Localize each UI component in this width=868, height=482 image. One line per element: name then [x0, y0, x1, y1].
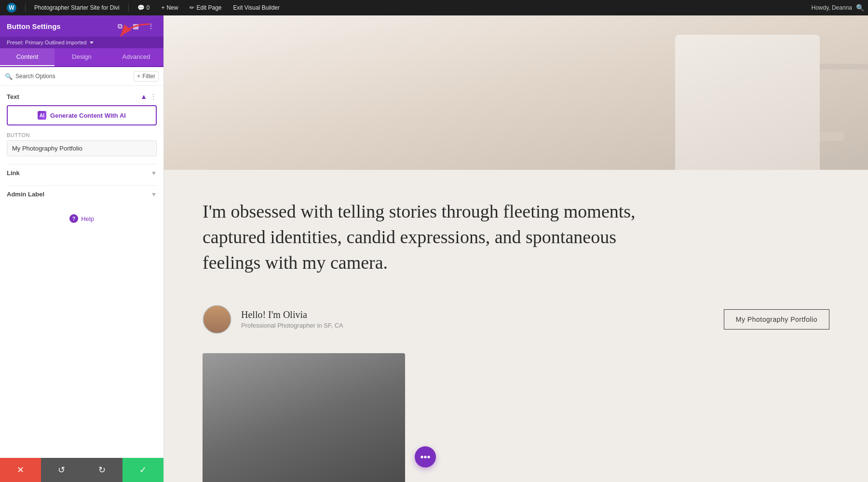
link-chevron-icon: ▼: [151, 170, 157, 177]
comments-item[interactable]: 💬 0: [135, 0, 153, 15]
exit-builder-label: Exit Visual Builder: [233, 4, 280, 11]
button-field-group: Button: [7, 132, 157, 156]
search-input[interactable]: [15, 73, 131, 80]
new-item[interactable]: + New: [158, 0, 181, 15]
main-content-area: I'm obsessed with telling stories throug…: [164, 15, 868, 482]
search-bar: 🔍 + Filter: [0, 67, 163, 86]
panel-title: Button Settings: [7, 22, 61, 30]
help-button[interactable]: ? Help: [63, 211, 101, 226]
panel-header: Button Settings ⧉ ▦ ⋮: [0, 15, 163, 37]
ai-generate-button[interactable]: AI Generate Content With AI: [7, 105, 157, 125]
profile-name: Hello! I'm Olivia: [241, 309, 343, 320]
button-text-input[interactable]: [7, 140, 157, 156]
site-name-text: Photographer Starter Site for Divi: [34, 4, 120, 11]
text-section-more-icon[interactable]: ⋮: [150, 93, 157, 100]
button-field-label: Button: [7, 132, 157, 138]
admin-separator-2: [128, 3, 129, 12]
profile-section: Hello! I'm Olivia Professional Photograp…: [164, 295, 868, 353]
filter-plus-icon: +: [137, 73, 140, 80]
filter-button[interactable]: + Filter: [134, 71, 159, 82]
exit-builder-item[interactable]: Exit Visual Builder: [231, 0, 283, 15]
portfolio-button[interactable]: My Photography Portfolio: [724, 309, 829, 330]
new-plus-icon: +: [161, 4, 164, 11]
help-label: Help: [81, 215, 94, 222]
site-name-item[interactable]: Photographer Starter Site for Divi: [31, 0, 122, 15]
text-section-header[interactable]: Text ▲ ⋮: [7, 93, 157, 100]
undo-button[interactable]: ↺: [41, 458, 82, 482]
admin-bar: W Photographer Starter Site for Divi 💬 0…: [0, 0, 868, 15]
sidebar-panel: Button Settings ⧉ ▦ ⋮ Preset: Primary Ou…: [0, 15, 164, 482]
profile-left: Hello! I'm Olivia Professional Photograp…: [203, 305, 343, 334]
cancel-button[interactable]: ✕: [0, 458, 41, 482]
panel-preset-bar[interactable]: Preset: Primary Outlined imported: [0, 37, 163, 48]
avatar-image: [203, 306, 231, 333]
filter-label: Filter: [142, 73, 155, 80]
comments-icon: 💬: [137, 4, 145, 11]
main-layout: Button Settings ⧉ ▦ ⋮ Preset: Primary Ou…: [0, 15, 868, 482]
text-section-controls: ▲ ⋮: [140, 93, 157, 100]
panel-content: Text ▲ ⋮ AI Generate Content With AI But…: [0, 86, 163, 458]
ai-generate-label: Generate Content With AI: [50, 112, 126, 119]
quote-section: I'm obsessed with telling stories throug…: [164, 170, 868, 295]
panel-more-icon[interactable]: ⋮: [145, 20, 157, 32]
hero-image-content: [164, 15, 868, 170]
link-section-title: Link: [7, 169, 20, 177]
ai-icon: AI: [38, 111, 46, 120]
tab-design[interactable]: Design: [54, 48, 109, 66]
edit-icon: ✏: [190, 4, 194, 11]
admin-label-section-title: Admin Label: [7, 191, 44, 198]
wp-logo-item[interactable]: W: [4, 0, 19, 15]
preset-label: Preset: Primary Outlined imported: [7, 40, 87, 45]
search-icon: 🔍: [5, 73, 13, 80]
save-button[interactable]: ✓: [122, 458, 163, 482]
redo-button[interactable]: ↻: [82, 458, 123, 482]
floating-menu-icon: •••: [420, 452, 430, 463]
tab-content[interactable]: Content: [0, 48, 54, 66]
admin-label-section-header[interactable]: Admin Label ▼: [7, 185, 157, 203]
admin-bar-right: Howdy, Deanna 🔍: [812, 4, 865, 12]
text-section-title: Text: [7, 93, 19, 100]
avatar: [203, 305, 231, 334]
hero-image: [164, 15, 868, 170]
gallery-image: [203, 353, 405, 482]
tab-advanced[interactable]: Advanced: [109, 48, 163, 66]
help-circle-icon: ?: [69, 214, 78, 223]
edit-page-label: Edit Page: [196, 4, 221, 11]
gallery-image-inner: [203, 353, 405, 482]
comments-count: 0: [147, 4, 150, 11]
text-section-toggle-icon[interactable]: ▲: [140, 93, 147, 100]
bottom-bar: ✕ ↺ ↻ ✓: [0, 458, 163, 482]
panel-grid-icon[interactable]: ▦: [130, 20, 141, 32]
hero-chair-decor: [675, 35, 820, 170]
admin-separator-1: [25, 3, 26, 12]
profile-info: Hello! I'm Olivia Professional Photograp…: [241, 309, 343, 329]
admin-search-icon[interactable]: 🔍: [856, 4, 864, 12]
link-section: Link ▼: [7, 164, 157, 181]
admin-label-section: Admin Label ▼: [7, 185, 157, 203]
panel-header-controls: ⧉ ▦ ⋮: [114, 20, 157, 32]
new-label: New: [166, 4, 178, 11]
panel-copy-icon[interactable]: ⧉: [114, 20, 126, 32]
link-section-header[interactable]: Link ▼: [7, 164, 157, 181]
wp-logo: W: [7, 3, 16, 13]
admin-label-chevron-icon: ▼: [151, 191, 157, 198]
quote-text: I'm obsessed with telling stories throug…: [203, 199, 637, 276]
gallery-preview: [164, 353, 868, 482]
edit-page-item[interactable]: ✏ Edit Page: [187, 0, 224, 15]
floating-menu-button[interactable]: •••: [415, 446, 436, 468]
preset-dropdown-arrow: [90, 41, 94, 44]
howdy-text: Howdy, Deanna: [812, 4, 853, 11]
panel-tabs: Content Design Advanced: [0, 48, 163, 67]
help-section: ? Help: [7, 207, 157, 231]
text-section: Text ▲ ⋮ AI Generate Content With AI But…: [7, 93, 157, 156]
profile-subtitle: Professional Photographer in SF, CA: [241, 322, 343, 329]
